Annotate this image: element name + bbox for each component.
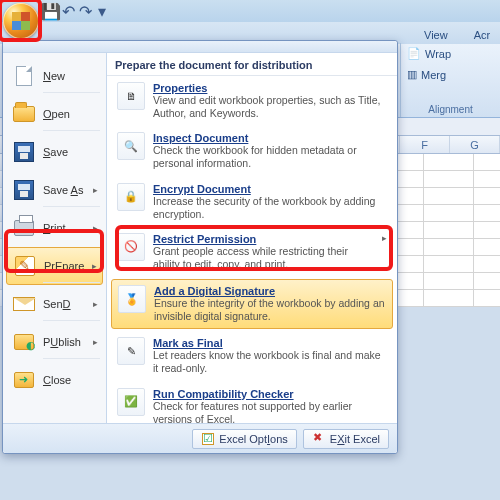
menu-print[interactable]: Print▸ xyxy=(3,209,106,247)
cell[interactable] xyxy=(474,273,500,290)
menu-prepare[interactable]: PrEpare▸ xyxy=(6,247,103,285)
prepare-add-digital-signature[interactable]: 🏅 Add a Digital SignatureEnsure the inte… xyxy=(111,279,393,329)
envelope-icon xyxy=(13,297,35,311)
quick-access-toolbar: 💾 ↶ ↷ ▾ xyxy=(0,0,500,22)
publish-icon xyxy=(14,334,34,350)
cell[interactable] xyxy=(424,222,474,239)
cell[interactable] xyxy=(424,154,474,171)
item-desc: Let readers know the workbook is final a… xyxy=(153,349,387,375)
wrap-text-button[interactable]: 📄Wrap xyxy=(401,43,500,64)
cell[interactable] xyxy=(474,290,500,307)
printer-icon xyxy=(14,220,34,236)
chevron-right-icon: ▸ xyxy=(93,223,98,233)
group-label-alignment: Alignment xyxy=(401,104,500,115)
save-as-disk-icon xyxy=(14,180,34,200)
chevron-right-icon: ▸ xyxy=(93,337,98,347)
menu-label: Print xyxy=(43,222,66,234)
office-button[interactable] xyxy=(0,0,42,42)
exit-icon xyxy=(313,433,325,445)
item-desc: Check for features not supported by earl… xyxy=(153,400,387,426)
column-header[interactable]: F xyxy=(400,136,450,153)
prepare-properties[interactable]: 🗎 PropertiesView and edit workbook prope… xyxy=(107,76,397,126)
menu-label: New xyxy=(43,70,65,82)
cell[interactable] xyxy=(474,256,500,273)
merge-icon: ▥ xyxy=(407,68,417,81)
chevron-right-icon: ▸ xyxy=(92,261,97,271)
save-disk-icon xyxy=(14,142,34,162)
office-menu: New Open Save Save As▸ Print▸ PrEpare▸ S… xyxy=(2,40,398,454)
cell[interactable] xyxy=(424,273,474,290)
menu-close[interactable]: Close xyxy=(3,361,106,399)
undo-icon[interactable]: ↶ xyxy=(61,4,75,18)
tab-view[interactable]: View xyxy=(420,26,452,44)
item-title: Inspect Document xyxy=(153,132,387,144)
column-header[interactable]: G xyxy=(450,136,500,153)
item-title: Mark as Final xyxy=(153,337,387,349)
menu-label: SenD xyxy=(43,298,71,310)
chevron-right-icon: ▸ xyxy=(93,185,98,195)
close-icon xyxy=(14,372,34,388)
menu-label: PUblish xyxy=(43,336,81,348)
button-label: Excel OptIons xyxy=(219,433,288,445)
menu-send[interactable]: SenD▸ xyxy=(3,285,106,323)
office-logo-icon xyxy=(3,3,39,39)
item-desc: Increase the security of the workbook by… xyxy=(153,195,387,221)
item-desc: Check the workbook for hidden metadata o… xyxy=(153,144,387,170)
cell[interactable] xyxy=(474,171,500,188)
cell[interactable] xyxy=(474,205,500,222)
merge-center-button[interactable]: ▥Merg xyxy=(401,64,500,85)
qat-customize-icon[interactable]: ▾ xyxy=(95,4,109,18)
menu-save-as[interactable]: Save As▸ xyxy=(3,171,106,209)
prepare-compatibility[interactable]: ✅ Run Compatibility CheckerCheck for fea… xyxy=(107,382,397,432)
cell[interactable] xyxy=(474,154,500,171)
redo-icon[interactable]: ↷ xyxy=(78,4,92,18)
prepare-restrict[interactable]: 🚫 Restrict PermissionGrant people access… xyxy=(107,227,397,277)
chevron-right-icon: ▸ xyxy=(382,233,387,271)
menu-label: Close xyxy=(43,374,71,386)
cell[interactable] xyxy=(424,256,474,273)
item-title: Properties xyxy=(153,82,387,94)
inspect-icon: 🔍 xyxy=(124,140,138,153)
menu-open[interactable]: Open xyxy=(3,95,106,133)
tab-acrobat[interactable]: Acr xyxy=(470,26,495,44)
item-desc: Ensure the integrity of the workbook by … xyxy=(154,297,386,323)
menu-publish[interactable]: PUblish▸ xyxy=(3,323,106,361)
item-title: Restrict Permission xyxy=(153,233,374,245)
lock-icon: 🔒 xyxy=(124,190,138,203)
mark-final-icon: ✎ xyxy=(127,345,136,358)
alignment-group: 📄Wrap ▥Merg Alignment xyxy=(400,43,500,117)
cell[interactable] xyxy=(424,205,474,222)
menu-save[interactable]: Save xyxy=(3,133,106,171)
signature-icon: 🏅 xyxy=(125,293,139,306)
menu-label: Save xyxy=(43,146,68,158)
item-desc: Grant people access while restricting th… xyxy=(153,245,374,271)
cell[interactable] xyxy=(474,222,500,239)
prepare-icon xyxy=(15,256,35,276)
cell[interactable] xyxy=(424,290,474,307)
office-menu-right: Prepare the document for distribution 🗎 … xyxy=(107,53,397,423)
save-icon[interactable]: 💾 xyxy=(44,4,58,18)
office-menu-left: New Open Save Save As▸ Print▸ PrEpare▸ S… xyxy=(3,53,107,423)
menu-new[interactable]: New xyxy=(3,57,106,95)
chevron-right-icon: ▸ xyxy=(93,299,98,309)
item-desc: View and edit workbook properties, such … xyxy=(153,94,387,120)
cell[interactable] xyxy=(424,188,474,205)
prepare-encrypt[interactable]: 🔒 Encrypt DocumentIncrease the security … xyxy=(107,177,397,227)
prepare-mark-final[interactable]: ✎ Mark as FinalLet readers know the work… xyxy=(107,331,397,381)
cell[interactable] xyxy=(424,239,474,256)
item-title: Run Compatibility Checker xyxy=(153,388,387,400)
restrict-icon: 🚫 xyxy=(124,240,138,253)
menu-label: Open xyxy=(43,108,70,120)
menu-label: PrEpare xyxy=(44,260,84,272)
prepare-inspect[interactable]: 🔍 Inspect DocumentCheck the workbook for… xyxy=(107,126,397,176)
wrap-text-icon: 📄 xyxy=(407,47,421,60)
options-icon xyxy=(202,433,214,445)
compatibility-icon: ✅ xyxy=(124,395,138,408)
cell[interactable] xyxy=(474,239,500,256)
new-document-icon xyxy=(16,66,32,86)
cell[interactable] xyxy=(424,171,474,188)
button-label: EXit Excel xyxy=(330,433,380,445)
cell[interactable] xyxy=(474,188,500,205)
item-title: Add a Digital Signature xyxy=(154,285,386,297)
open-folder-icon xyxy=(13,106,35,122)
